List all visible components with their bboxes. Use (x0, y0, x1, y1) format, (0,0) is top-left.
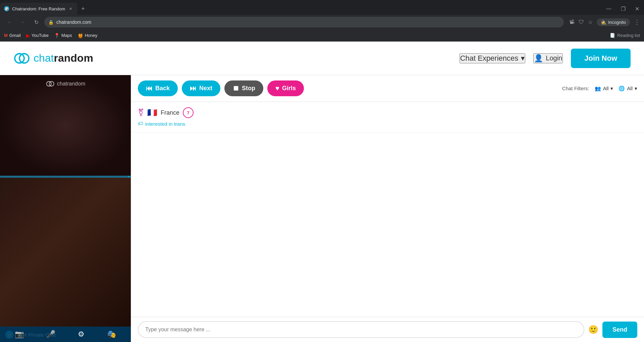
page: chatrandom Chat Experiences ▾ 👤 Login Jo… (0, 42, 644, 342)
join-now-button[interactable]: Join Now (571, 49, 631, 68)
back-label: Back (155, 85, 170, 92)
address-text: chatrandom.com (56, 19, 91, 25)
close-window-button[interactable]: ✕ (630, 3, 644, 15)
reading-list-button[interactable]: 📑 Reading list (610, 33, 640, 38)
new-tab-button[interactable]: + (78, 5, 88, 12)
tab-bar: 🎲 Chatrandom: Free Random ✕ + — ❐ ✕ (0, 0, 644, 15)
tag-icon: 🏷 (138, 121, 143, 127)
reading-list-icon: 📑 (610, 33, 615, 38)
logo-icon (13, 50, 30, 67)
chat-filters: Chat Filters: 👥 All ▾ 🌐 All ▾ (562, 86, 637, 92)
region-filter-chevron: ▾ (635, 86, 637, 92)
girls-label: Girls (282, 85, 296, 92)
top-video: chatrandom (0, 75, 131, 176)
site-header: chatrandom Chat Experiences ▾ 👤 Login Jo… (0, 42, 644, 75)
watermark-icon (46, 79, 55, 89)
country-flag: 🇫🇷 (147, 108, 157, 117)
top-video-bg (0, 75, 131, 176)
minimize-button[interactable]: — (601, 3, 616, 15)
login-button[interactable]: 👤 Login (533, 53, 563, 63)
video-controls: 📷 🎤 ⚙ 🎭 (0, 327, 131, 342)
chat-toolbar: ⏮ Back ⏭ Next ⏹ Stop ♥ Girls Chat Filter… (131, 75, 644, 102)
profile-button[interactable]: 🕵 Incognito (597, 18, 630, 26)
bookmark-maps-label: Maps (61, 33, 72, 38)
bookmark-honey[interactable]: 🍯 Honey (77, 33, 98, 38)
region-filter-label: All (627, 86, 633, 91)
next-button[interactable]: ⏭ Next (182, 80, 220, 96)
incognito-icon: 🕵 (601, 20, 606, 25)
maps-favicon-icon: 📍 (54, 33, 60, 38)
logo[interactable]: chatrandom (13, 50, 93, 67)
watermark-text: chatrandom (57, 81, 86, 87)
cast-icon[interactable]: 📽 (569, 19, 575, 25)
emoji-button[interactable]: 🙂 (588, 325, 598, 334)
girls-button[interactable]: ♥ Girls (267, 80, 304, 96)
tab-title: Chatrandom: Free Random (12, 6, 65, 11)
chat-input-area: 🙂 Send (131, 317, 644, 342)
chat-experiences-button[interactable]: Chat Experiences ▾ (460, 53, 526, 63)
login-label: Login (546, 54, 562, 62)
bookmark-youtube[interactable]: ▶ YouTube (26, 33, 49, 38)
people-filter-icon: 👥 (595, 86, 601, 92)
back-nav-button[interactable]: ← (4, 17, 15, 27)
tab-favicon: 🎲 (4, 6, 9, 11)
lock-icon: 🔒 (48, 20, 54, 25)
bookmark-honey-label: Honey (85, 33, 98, 38)
interest-label: interested in trans (145, 121, 185, 127)
shield-icon[interactable]: 🛡 (579, 19, 584, 25)
bookmark-gmail-label: Gmail (9, 33, 21, 38)
menu-button[interactable]: ⋮ (634, 18, 640, 26)
camera-toggle-button[interactable]: 📷 (15, 330, 24, 339)
mask-button[interactable]: 🎭 (107, 330, 116, 339)
star-icon[interactable]: ☆ (588, 19, 593, 25)
address-box[interactable]: 🔒 chatrandom.com (44, 17, 564, 27)
stop-label: Stop (242, 85, 255, 92)
bottom-video: 🔒 Start Private Chat 📷 🎤 ⚙ 🎭 (0, 178, 131, 342)
browser-chrome: 🎲 Chatrandom: Free Random ✕ + — ❐ ✕ ← → … (0, 0, 644, 42)
tab-close-button[interactable]: ✕ (68, 6, 73, 11)
heart-count-badge: 7 (183, 107, 194, 118)
bookmark-gmail[interactable]: M Gmail (4, 33, 21, 38)
heart-icon: ♥ (275, 84, 279, 92)
country-name: France (161, 109, 179, 116)
chat-messages[interactable] (131, 132, 644, 317)
globe-icon: 🌐 (619, 86, 625, 92)
chevron-down-icon: ▾ (521, 54, 525, 63)
next-icon: ⏭ (190, 84, 197, 92)
bottom-video-bg (0, 178, 131, 342)
profile-label: Incognito (608, 20, 626, 25)
address-right-icons: 📽 🛡 ☆ 🕵 Incognito ⋮ (569, 18, 640, 26)
youtube-favicon-icon: ▶ (26, 33, 30, 38)
settings-button[interactable]: ⚙ (78, 330, 85, 339)
filters-label: Chat Filters: (562, 86, 589, 91)
header-right: Chat Experiences ▾ 👤 Login Join Now (460, 49, 631, 68)
stop-icon: ⏹ (232, 84, 239, 92)
maximize-button[interactable]: ❐ (616, 3, 630, 15)
forward-nav-button[interactable]: → (17, 17, 28, 27)
reload-button[interactable]: ↻ (31, 17, 42, 27)
window-controls: — ❐ ✕ (601, 3, 644, 15)
stop-button[interactable]: ⏹ Stop (224, 80, 263, 96)
mic-toggle-button[interactable]: 🎤 (46, 330, 55, 339)
next-label: Next (199, 85, 212, 92)
honey-favicon-icon: 🍯 (77, 33, 83, 38)
send-button[interactable]: Send (602, 322, 637, 338)
reading-list-label: Reading list (617, 33, 640, 38)
people-filter-chevron: ▾ (610, 86, 613, 92)
back-icon: ⏮ (146, 84, 153, 92)
back-button[interactable]: ⏮ Back (138, 80, 178, 96)
logo-text: chatrandom (34, 52, 93, 64)
video-panel: chatrandom 🔒 Start Private Chat 📷 🎤 (0, 75, 131, 342)
active-tab[interactable]: 🎲 Chatrandom: Free Random ✕ (0, 3, 77, 15)
gmail-favicon-icon: M (4, 33, 8, 38)
gender-icon: ⚧ (138, 108, 144, 117)
main-area: chatrandom 🔒 Start Private Chat 📷 🎤 (0, 75, 644, 342)
heart-count: 7 (187, 110, 189, 115)
user-circle-icon: 👤 (534, 54, 543, 63)
people-filter-select[interactable]: 👥 All ▾ (595, 86, 613, 92)
user-info: ⚧ 🇫🇷 France 7 🏷 interested in trans (131, 102, 644, 132)
chat-experiences-label: Chat Experiences (460, 54, 519, 63)
bookmark-maps[interactable]: 📍 Maps (54, 33, 72, 38)
region-filter-select[interactable]: 🌐 All ▾ (619, 86, 637, 92)
chat-input[interactable] (138, 321, 584, 338)
